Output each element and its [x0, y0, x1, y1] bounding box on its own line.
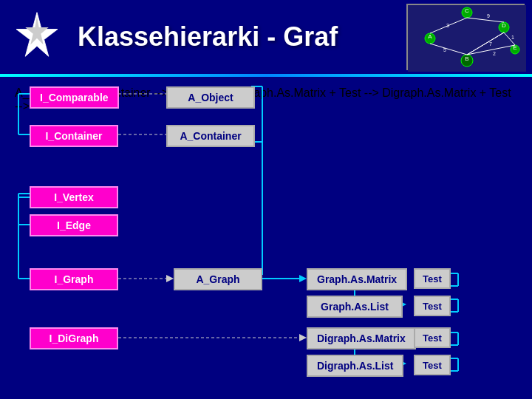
i-graph-box[interactable]: I_Graph [30, 268, 118, 290]
a-container-box[interactable]: A_Container [166, 125, 255, 147]
i-container-box[interactable]: I_Container [30, 125, 118, 147]
row-test-digraph-list: Test [414, 355, 451, 375]
row-a-object: A_Object [166, 86, 255, 109]
page-title: Klassehierarki - Graf [78, 21, 338, 52]
digraphaslist-box[interactable]: Digraph.As.List [307, 355, 403, 377]
row-a-container: A_Container [166, 125, 255, 147]
row-container: I_Container [30, 125, 118, 147]
row-test-digraph-matrix: Test [414, 327, 451, 348]
a-object-box[interactable]: A_Object [166, 86, 255, 109]
graph-visual: C D A B E 3 9 5 7 1 2 [406, 4, 525, 70]
svg-marker-43 [299, 275, 307, 282]
svg-text:7: 7 [489, 41, 492, 47]
a-graph-box[interactable]: A_Graph [174, 268, 262, 290]
digraphasmatrix-box[interactable]: Digraph.As.Matrix [307, 327, 416, 349]
svg-text:5: 5 [443, 47, 446, 52]
row-i-graph: I_Graph [30, 268, 118, 290]
test-digraph-matrix-box[interactable]: Test [414, 327, 451, 348]
svg-text:1: 1 [511, 35, 514, 40]
graphasmatrix-box[interactable]: Graph.As.Matrix [307, 268, 407, 290]
test-graph-matrix-box[interactable]: Test [414, 268, 451, 289]
svg-text:D: D [502, 22, 506, 29]
i-digraph-box[interactable]: I_DiGraph [30, 327, 118, 349]
row-digraphaslist: Digraph.As.List [307, 355, 403, 377]
i-edge-box[interactable]: I_Edge [30, 214, 118, 236]
separator [0, 74, 532, 77]
row-test-graph-matrix: Test [414, 268, 451, 289]
graphaslist-box[interactable]: Graph.As.List [307, 296, 403, 318]
row-edge: I_Edge [30, 214, 118, 236]
svg-marker-41 [166, 275, 174, 282]
row-test-graph-list: Test [414, 296, 451, 316]
row-a-graph: A_Graph [174, 268, 262, 290]
svg-text:B: B [465, 55, 468, 62]
svg-text:2: 2 [493, 51, 496, 56]
row-vertex: I_Vertex [30, 186, 118, 208]
svg-text:A: A [428, 33, 432, 40]
test-digraph-list-box[interactable]: Test [414, 355, 451, 375]
row-digraphasmatrix: Digraph.As.Matrix [307, 327, 416, 349]
row-i-digraph: I_DiGraph [30, 327, 118, 349]
svg-text:3: 3 [446, 23, 449, 28]
i-comparable-box[interactable]: I_Comparable [30, 86, 119, 109]
svg-marker-48 [299, 334, 307, 341]
row-graphaslist: Graph.As.List [307, 296, 403, 318]
row-comparable: I_Comparable [30, 86, 119, 109]
header: Klassehierarki - Graf C D A B E 3 9 5 [0, 0, 532, 74]
svg-text:C: C [465, 7, 469, 14]
star-logo [11, 11, 63, 63]
test-graph-list-box[interactable]: Test [414, 296, 451, 316]
i-vertex-box[interactable]: I_Vertex [30, 186, 118, 208]
svg-text:9: 9 [487, 13, 490, 18]
main-content: A_Object --> I_Comparable A_Object A_Con… [0, 83, 532, 399]
row-graphasmatrix: Graph.As.Matrix [307, 268, 407, 290]
